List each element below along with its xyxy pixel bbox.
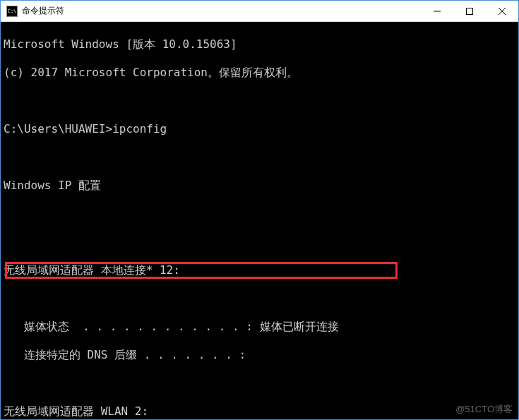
cmd-icon: C:\ — [6, 6, 18, 17]
maximize-icon — [466, 8, 473, 15]
blank-line — [4, 376, 515, 390]
minimize-icon — [434, 8, 441, 15]
blank-line — [4, 292, 515, 306]
adapter-header: 无线局域网适配器 WLAN 2: — [4, 404, 515, 419]
maximize-button[interactable] — [453, 1, 486, 21]
window-title: 命令提示符 — [22, 5, 421, 17]
close-icon — [499, 8, 506, 15]
window-controls — [421, 1, 518, 21]
terminal-output[interactable]: Microsoft Windows [版本 10.0.15063] (c) 20… — [1, 22, 518, 419]
blank-line — [4, 150, 515, 164]
copyright-line: (c) 2017 Microsoft Corporation。保留所有权利。 — [4, 66, 515, 80]
blank-line — [4, 207, 515, 221]
media-state-line: 媒体状态 . . . . . . . . . . . . : 媒体已断开连接 — [4, 320, 515, 334]
window-titlebar: C:\ 命令提示符 — [1, 1, 518, 22]
blank-line — [4, 235, 515, 249]
svg-rect-1 — [467, 8, 473, 14]
minimize-button[interactable] — [421, 1, 453, 21]
prompt-path: C:\Users\HUAWEI> — [4, 122, 112, 136]
version-line: Microsoft Windows [版本 10.0.15063] — [4, 37, 515, 52]
blank-line — [4, 94, 515, 108]
dns-suffix-line: 连接特定的 DNS 后缀 . . . . . . . : — [4, 348, 515, 362]
ipconfig-title: Windows IP 配置 — [4, 179, 515, 193]
adapter-header: 无线局域网适配器 本地连接* 12: — [4, 263, 515, 277]
watermark-text: @51CTO博客 — [455, 402, 513, 416]
entered-command: ipconfig — [112, 122, 167, 136]
prompt-line: C:\Users\HUAWEI>ipconfig — [4, 122, 515, 136]
close-button[interactable] — [486, 1, 518, 21]
